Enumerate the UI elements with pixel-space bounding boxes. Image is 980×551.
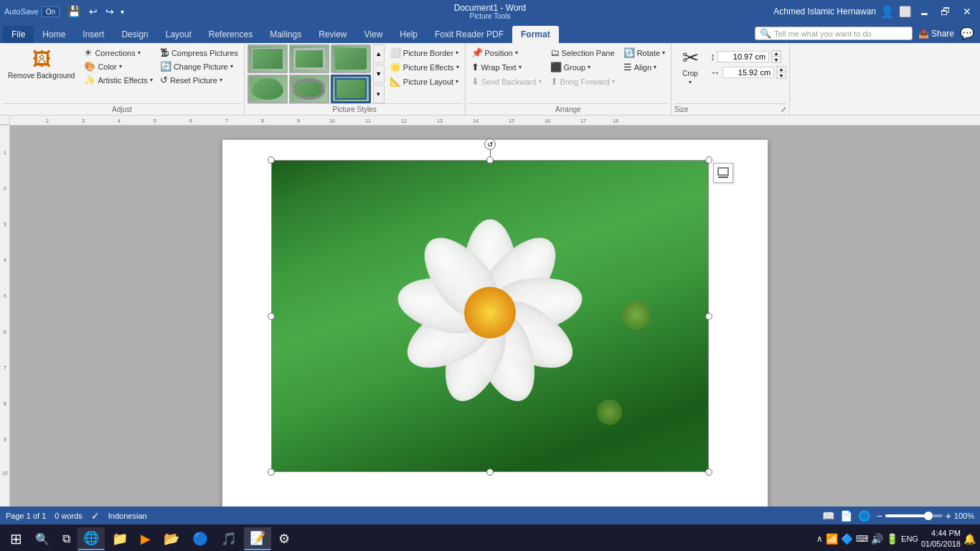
ribbon-display-btn[interactable]: ⬜ [899,6,911,17]
handle-bc[interactable] [486,468,494,476]
zoom-in-btn[interactable]: + [946,510,951,522]
tab-file[interactable]: File [3,26,34,43]
minimize-button[interactable]: 🗕 [915,3,933,20]
taskbar-app-files[interactable]: 📂 [158,528,185,550]
picture-layout-button[interactable]: 📐 Picture Layout ▾ [387,75,462,88]
tab-references[interactable]: References [200,26,261,43]
handle-mr[interactable] [705,313,712,320]
handle-tr[interactable] [705,156,712,164]
reset-picture-button[interactable]: ↺ Reset Picture ▾ [157,73,241,87]
tab-help[interactable]: Help [391,26,426,43]
style-thumb-4[interactable] [248,75,288,103]
ribbon-search-box[interactable]: 🔍 Tell me what you want to do [755,27,913,40]
zoom-slider[interactable] [885,514,943,517]
profile-icon[interactable]: 👤 [880,5,895,19]
width-input[interactable] [722,67,774,78]
style-thumb-5[interactable] [289,75,329,103]
width-spin-up[interactable]: ▲ [776,66,786,72]
taskbar-app-chrome[interactable]: 🔵 [187,528,214,550]
rotate-button[interactable]: 🔃 Rotate ▾ [621,46,668,60]
close-button[interactable]: ✕ [958,3,976,20]
proofing-button[interactable]: ✓ [91,510,100,522]
taskbar-keyboard-icon[interactable]: ⌨ [856,534,868,544]
tab-view[interactable]: View [356,26,392,43]
align-button[interactable]: ☰ Align ▾ [621,60,668,74]
taskbar-app-media[interactable]: ▶ [135,528,156,550]
notification-btn[interactable]: 🔔 [963,533,976,545]
search-taskbar[interactable]: 🔍 [29,529,55,549]
zoom-out-btn[interactable]: − [876,510,882,522]
redo-button[interactable]: ↪ [103,4,117,19]
start-button[interactable]: ⊞ [4,527,28,550]
picture-border-button[interactable]: ⬜ Picture Border ▾ [387,46,462,60]
comments-button[interactable]: 💬 [960,27,974,40]
style-thumb-2[interactable] [289,44,329,73]
tab-mailings[interactable]: Mailings [261,26,310,43]
undo-button[interactable]: ↩ [86,4,100,19]
change-picture-button[interactable]: 🔄 Change Picture ▾ [157,60,241,73]
qat-dropdown[interactable]: ▾ [119,6,126,17]
tab-format[interactable]: Format [512,26,559,43]
gallery-scroll-down[interactable]: ▼ [373,65,385,83]
picture-effects-button[interactable]: 🌟 Picture Effects ▾ [387,60,462,74]
tab-home[interactable]: Home [34,26,74,43]
gallery-scroll-up[interactable]: ▲ [373,44,385,63]
web-view-btn[interactable]: 🌐 [858,510,870,522]
rotate-handle[interactable]: ↺ [484,138,496,150]
gallery-expand[interactable]: ▾ [373,85,385,103]
corrections-button[interactable]: ☀ Corrections ▾ [81,46,155,60]
taskbar-bluetooth-icon[interactable]: 🔷 [841,533,853,545]
handle-tl[interactable] [268,156,275,164]
handle-br[interactable] [705,468,712,476]
autosave-toggle[interactable]: On [42,6,60,17]
handle-ml[interactable] [268,313,275,320]
crop-button[interactable]: ✂ Crop ▾ [674,44,706,89]
taskbar-app-music[interactable]: 🎵 [215,528,242,550]
color-button[interactable]: 🎨 Color ▾ [81,60,155,73]
svg-text:14: 14 [473,118,479,123]
tab-insert[interactable]: Insert [74,26,113,43]
taskbar-app-word[interactable]: 📝 [244,527,271,550]
document-page[interactable]: ↺ [222,140,768,507]
taskbar-network-icon[interactable]: 📶 [826,533,838,545]
tab-layout[interactable]: Layout [157,26,200,43]
wrap-text-button[interactable]: ⬆ Wrap Text ▾ [468,60,545,74]
taskbar-app-settings[interactable]: ⚙ [273,528,296,550]
send-backward-button[interactable]: ⬇ Send Backward ▾ [468,75,545,88]
tab-design[interactable]: Design [113,26,156,43]
style-thumb-3[interactable] [331,44,371,73]
height-input[interactable] [717,51,769,62]
style-thumb-6[interactable] [331,75,371,103]
color-label: Color [98,62,116,71]
restore-button[interactable]: 🗗 [937,3,954,20]
taskbar-app-edge[interactable]: 🌐 [77,527,105,550]
height-spin-up[interactable]: ▲ [771,50,781,57]
taskbar-app-explorer[interactable]: 📁 [106,528,133,550]
group-button[interactable]: ⬛ Group ▾ [547,60,618,74]
tab-review[interactable]: Review [310,26,355,43]
handle-bl[interactable] [268,468,275,476]
width-spin-down[interactable]: ▼ [776,72,786,79]
handle-tc[interactable] [486,156,494,164]
tab-foxit[interactable]: Foxit Reader PDF [426,26,512,43]
size-expand-icon[interactable]: ⤢ [781,105,786,113]
save-button[interactable]: 💾 [65,4,84,19]
read-mode-btn[interactable]: 📖 [822,510,834,522]
compress-pictures-button[interactable]: 🗜 Compress Pictures [157,46,241,60]
position-button[interactable]: 📌 Position ▾ [468,46,545,60]
remove-background-button[interactable]: 🖼 Remove Background [3,44,80,84]
taskbar-volume-icon[interactable]: 🔊 [871,533,883,545]
height-spin-down[interactable]: ▼ [771,57,781,63]
ruler-horizontal: 2 3 4 5 6 7 8 9 10 11 12 13 14 15 16 17 … [10,116,980,125]
taskbar-up-arrow[interactable]: ∧ [816,534,823,544]
bring-forward-button[interactable]: ⬆ Bring Forward ▾ [547,75,618,88]
selection-pane-button[interactable]: 🗂 Selection Pane [547,46,618,60]
taskbar-battery-icon[interactable]: 🔋 [886,533,898,545]
task-view-btn[interactable]: ⧉ [57,529,76,548]
share-button[interactable]: 📤 Share [918,29,954,39]
artistic-effects-button[interactable]: ✨ Artistic Effects ▾ [81,73,155,87]
layout-options-button[interactable] [713,163,733,183]
image-selection[interactable]: ↺ [271,160,709,472]
style-thumb-1[interactable] [248,44,288,73]
print-layout-btn[interactable]: 📄 [840,510,852,522]
